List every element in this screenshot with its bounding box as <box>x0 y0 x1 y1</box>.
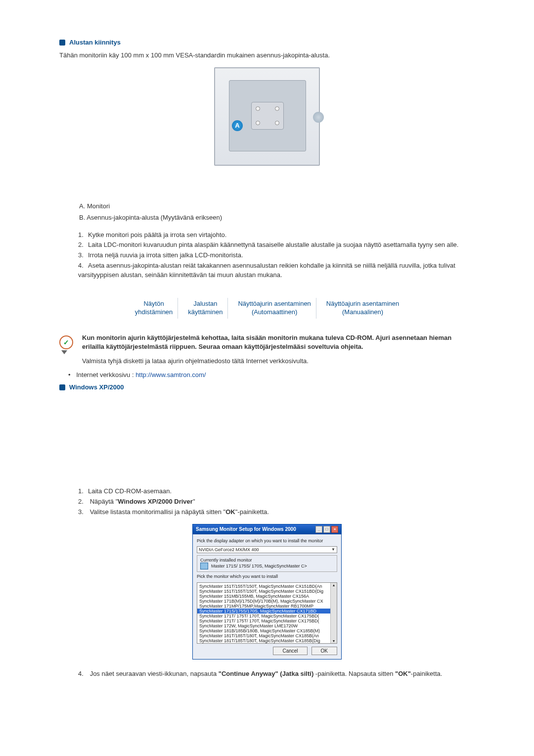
list-item: 2.Laita LDC-monitori kuvaruudun pinta al… <box>78 240 475 250</box>
step-text: Irrota neljä ruuvia ja irrota sitten jal… <box>88 251 243 259</box>
step-text: Kytke monitori pois päältä ja irrota sen… <box>88 231 226 238</box>
list-item: 4. Jos näet seuraavan viesti-ikkunan, na… <box>78 669 475 679</box>
list-item: 4.Aseta asennus-jakopinta-alustan reiät … <box>78 261 475 280</box>
list-item[interactable]: SyncMaster 171S/175S/170S, MagicSyncMast… <box>197 609 337 614</box>
callout-b-def: B. Asennus-jakopinta-alusta (Myytävänä e… <box>79 212 475 223</box>
minimize-icon[interactable]: _ <box>315 526 322 533</box>
dialog-title-bar: Samsung Monitor Setup for Windows 2000 _… <box>193 524 341 534</box>
scroll-up-icon[interactable]: ▴ <box>333 583 335 587</box>
link-item: Internet verkkosivu : http://www.samtron… <box>68 371 475 378</box>
step-bold: "OK" <box>395 670 411 677</box>
list-item[interactable]: SyncMaster 450b(T) / 450Nb <box>197 643 337 644</box>
maximize-icon[interactable]: □ <box>323 526 330 533</box>
info-callout: ✓ Kun monitorin ajurin käyttöjärjestelmä… <box>59 333 475 367</box>
current-monitor-text: Master 171S/ 175S/ 170S, MagicSyncMaster… <box>211 564 307 568</box>
list-item: 3. Valitse listasta monitorimallisi ja n… <box>78 508 475 517</box>
tab-label: (Manuaalinen) <box>342 308 383 316</box>
step-text: "-painiketta. <box>235 508 269 516</box>
list-item[interactable]: SyncMaster 171MP/175MP,MagicSyncMaster R… <box>197 604 337 609</box>
step-text: -painiketta. <box>411 670 443 677</box>
vesa-mount-plate <box>251 102 284 130</box>
step-text: Näpäytä " <box>90 498 118 505</box>
frame-title: Currently installed monitor <box>200 558 334 563</box>
dialog-label: Pick the monitor which you want to insta… <box>197 574 337 580</box>
callout-definitions: A. Monitori B. Asennus-jakopinta-alusta … <box>79 200 475 224</box>
step-text: Laita LDC-monitori kuvaruudun pinta alas… <box>88 241 458 248</box>
tab-driver-manual[interactable]: Näyttöajurin asentaminen (Manuaalinen) <box>321 298 404 319</box>
list-item[interactable]: SyncMaster 181T/185T/180T, MagicSyncMast… <box>197 633 337 638</box>
dialog-label: Pick the display adapter on which you wa… <box>197 538 337 544</box>
list-item: 1.Laita CD CD-ROM-asemaan. <box>78 487 475 496</box>
ok-button[interactable]: OK <box>312 647 337 655</box>
list-item[interactable]: SyncMaster 151MB/155MB, MagicSyncMaster … <box>197 594 337 599</box>
callout-a: A <box>232 120 243 131</box>
tab-stand[interactable]: Jalustan käyttäminen <box>183 298 228 319</box>
mount-steps-list: 1.Kytke monitori pois päältä ja irrota s… <box>59 231 475 280</box>
scrollbar[interactable]: ▴▾ <box>330 583 337 643</box>
callout-a-def: A. Monitori <box>79 200 475 212</box>
bullet-icon <box>59 384 65 390</box>
list-item[interactable]: SyncMaster 181T/185T/180T, MagicSyncMast… <box>197 638 337 643</box>
list-item: 3.Irrota neljä ruuvia ja irrota sitten j… <box>78 251 475 260</box>
list-item[interactable]: SyncMaster 171T/ 175T/ 170T, MagicSyncMa… <box>197 618 337 623</box>
list-item[interactable]: SyncMaster 181B/185B/180B, MagicSyncMast… <box>197 628 337 633</box>
bullet-icon <box>59 40 65 46</box>
dialog-title: Samsung Monitor Setup for Windows 2000 <box>196 526 296 532</box>
info-plain: Valmista tyhjä disketti ja lataa ajurin … <box>82 357 309 365</box>
link-label: Internet verkkosivu : <box>76 371 134 378</box>
screw-hole <box>256 121 260 125</box>
tab-label: yhdistäminen <box>135 308 173 316</box>
step-bold: Windows XP/2000 Driver <box>118 498 193 505</box>
current-monitor-frame: Currently installed monitor Master 171S/… <box>197 555 337 572</box>
install-steps-list: 1.Laita CD CD-ROM-asemaan. 2. Näpäytä "W… <box>59 487 475 517</box>
info-strong: Kun monitorin ajurin käyttöjärjestelmä k… <box>82 334 451 351</box>
screw-hole <box>256 106 260 111</box>
cancel-button[interactable]: Cancel <box>273 647 307 655</box>
step-text: Aseta asennus-jakopinta-alustan reiät ta… <box>78 262 455 279</box>
info-text: Kun monitorin ajurin käyttöjärjestelmä k… <box>82 333 475 367</box>
list-item: 2. Näpäytä "Windows XP/2000 Driver" <box>78 497 475 507</box>
close-icon[interactable]: × <box>331 526 338 533</box>
install-steps-list-cont: 4. Jos näet seuraavan viesti-ikkunan, na… <box>59 669 475 679</box>
tab-label: (Automaattinen) <box>252 308 298 316</box>
list-item[interactable]: SyncMaster 171B(M)/175D(M)/170B(M), Magi… <box>197 599 337 604</box>
step-bold: "Continue Anyway" (Jatka silti) <box>219 670 313 677</box>
section-nav-tabs: Näytön yhdistäminen Jalustan käyttäminen… <box>59 298 475 319</box>
screw-hole <box>275 106 279 111</box>
dialog-figure: Samsung Monitor Setup for Windows 2000 _… <box>59 524 475 660</box>
list-item[interactable]: SyncMaster 172W, MagicSyncMaster LME1720… <box>197 623 337 628</box>
section-intro: Tähän monitoriin käy 100 mm x 100 mm VES… <box>59 51 475 60</box>
list-item[interactable]: SyncMaster 171T/ 175T/ 170T, MagicSyncMa… <box>197 614 337 618</box>
scroll-down-icon[interactable]: ▾ <box>333 639 335 643</box>
tab-label: Näyttöajurin asentaminen <box>326 300 399 307</box>
callout-b <box>313 112 324 123</box>
monitor-figure: A <box>59 67 475 166</box>
cd-icon: ✓ <box>59 333 74 367</box>
step-text: " <box>193 498 195 505</box>
tab-connect[interactable]: Näytön yhdistäminen <box>130 298 178 319</box>
tab-driver-auto[interactable]: Näyttöajurin asentaminen (Automaattinen) <box>233 298 316 319</box>
step-text: Laita CD CD-ROM-asemaan. <box>88 487 172 495</box>
setup-dialog: Samsung Monitor Setup for Windows 2000 _… <box>192 524 342 660</box>
list-item: 1.Kytke monitori pois päältä ja irrota s… <box>78 231 475 240</box>
monitor-list[interactable]: ▴▾ SyncMaster 151T/155T/150T, MagicSyncM… <box>197 582 337 644</box>
step-bold: OK <box>225 508 235 516</box>
tab-label: Jalustan <box>193 300 217 307</box>
website-link[interactable]: http://www.samtron.com/ <box>135 371 206 378</box>
monitor-illustration: A <box>214 67 320 166</box>
step-text: Jos näet seuraavan viesti-ikkunan, napsa… <box>90 670 219 677</box>
tab-label: Näytön <box>143 300 164 307</box>
tab-label: Näyttöajurin asentaminen <box>238 300 311 307</box>
step-text: -painiketta. Napsauta sitten <box>313 670 395 677</box>
section-header-windows: Windows XP/2000 <box>59 383 475 391</box>
dialog-body: Pick the display adapter on which you wa… <box>193 534 341 659</box>
list-item[interactable]: SyncMaster 151T/155T/150T, MagicSyncMast… <box>197 589 337 594</box>
section-title: Alustan kiinnitys <box>69 39 121 46</box>
screw-hole <box>275 121 279 125</box>
monitor-icon <box>200 563 208 569</box>
adapter-select[interactable]: NVIDIA GeForce2 MX/MX 400 <box>197 546 337 553</box>
tab-label: käyttäminen <box>188 308 222 316</box>
step-text: Valitse listasta monitorimallisi ja näpä… <box>90 508 226 516</box>
section-header-mount: Alustan kiinnitys <box>59 39 475 46</box>
list-item[interactable]: SyncMaster 151T/155T/150T, MagicSyncMast… <box>197 584 337 589</box>
